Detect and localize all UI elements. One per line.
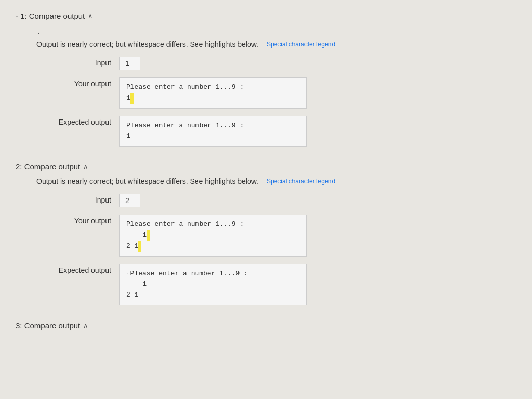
section-3-chevron[interactable]: ∧ bbox=[83, 322, 88, 329]
section-2-your-output-label: Your output bbox=[36, 215, 119, 225]
section-1-special-legend-link[interactable]: Special character legend bbox=[267, 41, 335, 48]
section-1-status: Output is nearly correct; but whitespace… bbox=[36, 40, 516, 48]
section-1-bullet: · bbox=[16, 10, 18, 21]
section-2-dot-marker: · bbox=[126, 271, 130, 277]
section-1-chevron[interactable]: ∧ bbox=[88, 12, 93, 20]
section-3-header[interactable]: 3: Compare output ∧ bbox=[16, 321, 516, 330]
section-1-status-text: Output is nearly correct; but whitespace… bbox=[36, 40, 258, 48]
section-2-input-label: Input bbox=[36, 194, 119, 204]
section-1-your-output-line-2: 1 bbox=[126, 93, 300, 104]
section-2-highlight-2 bbox=[138, 241, 141, 252]
section-1-your-output-row: Your output Please enter a number 1...9 … bbox=[36, 77, 516, 109]
section-2-expected-output-box: ·Please enter a number 1...9 : 1 2 1 bbox=[119, 264, 307, 305]
section-2-expected-output-row: Expected output ·Please enter a number 1… bbox=[36, 264, 516, 305]
section-2-expected-line-2: 1 bbox=[126, 279, 300, 290]
section-1-your-output-label: Your output bbox=[36, 77, 119, 88]
section-1-expected-output-row: Expected output Please enter a number 1.… bbox=[36, 116, 516, 147]
section-2-expected-line-3: 2 1 bbox=[126, 290, 300, 301]
section-1-expected-line-2: 1 bbox=[126, 131, 300, 142]
section-2-status: Output is nearly correct; but whitespace… bbox=[36, 177, 516, 185]
section-2-your-output-box: Please enter a number 1...9 : 1 2 1 bbox=[119, 215, 307, 256]
section-1-your-output-box: Please enter a number 1...9 : 1 bbox=[119, 77, 307, 109]
section-2-expected-output-label: Expected output bbox=[36, 264, 119, 274]
section-2-your-output-line-3: 2 1 bbox=[126, 241, 300, 252]
section-3-number: 3: Compare output bbox=[16, 321, 80, 330]
section-2-chevron[interactable]: ∧ bbox=[83, 163, 88, 170]
section-2-input-value: 2 bbox=[119, 194, 140, 207]
compare-output-section-2: 2: Compare output ∧ Output is nearly cor… bbox=[16, 162, 516, 305]
section-1-input-row: Input 1 bbox=[36, 57, 516, 70]
section-1-input-label: Input bbox=[36, 57, 119, 67]
section-1-header[interactable]: · 1: Compare output ∧ bbox=[16, 10, 516, 21]
section-1-dot: · bbox=[37, 28, 516, 38]
section-2-input-row: Input 2 bbox=[36, 194, 516, 207]
section-2-expected-line-1: ·Please enter a number 1...9 : bbox=[126, 269, 300, 280]
section-2-your-output-row: Your output Please enter a number 1...9 … bbox=[36, 215, 516, 256]
compare-output-section-1: · 1: Compare output ∧ · Output is nearly… bbox=[16, 10, 516, 147]
section-1-expected-output-label: Expected output bbox=[36, 116, 119, 126]
section-1-input-value: 1 bbox=[119, 57, 140, 70]
section-1-your-output-line-1: Please enter a number 1...9 : bbox=[126, 82, 300, 93]
section-2-your-output-line-2: 1 bbox=[126, 230, 300, 241]
section-2-header[interactable]: 2: Compare output ∧ bbox=[16, 162, 516, 171]
section-2-your-output-line-1: Please enter a number 1...9 : bbox=[126, 219, 300, 230]
section-1-highlight bbox=[130, 93, 134, 104]
section-1-expected-line-1: Please enter a number 1...9 : bbox=[126, 121, 300, 131]
section-2-number: 2: Compare output bbox=[16, 162, 80, 171]
section-2-highlight-1 bbox=[147, 230, 150, 241]
section-1-expected-output-box: Please enter a number 1...9 : 1 bbox=[119, 116, 307, 147]
section-2-status-text: Output is nearly correct; but whitespace… bbox=[36, 177, 258, 185]
section-2-special-legend-link[interactable]: Special character legend bbox=[267, 178, 335, 185]
section-1-number: 1: Compare output bbox=[20, 11, 85, 20]
